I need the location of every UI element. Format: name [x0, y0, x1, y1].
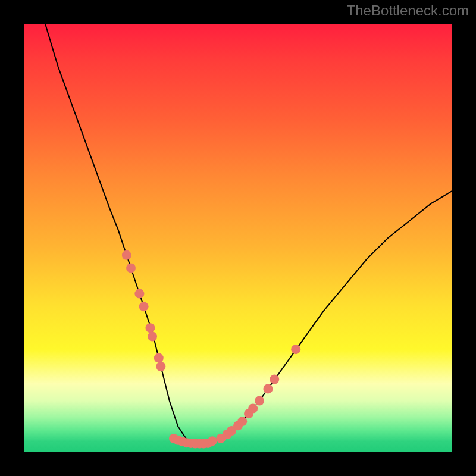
data-dots [122, 250, 300, 449]
plot-area [24, 24, 452, 452]
data-dot [145, 323, 155, 333]
data-dot [208, 436, 217, 446]
data-dot [270, 375, 279, 384]
chart-overlay [24, 24, 452, 452]
data-dot [122, 250, 131, 260]
data-dot [263, 384, 273, 393]
data-dot [255, 396, 264, 406]
data-dot [148, 332, 157, 342]
data-dot [237, 416, 247, 426]
data-dot [134, 289, 144, 299]
data-dot [291, 345, 300, 354]
data-dot [154, 353, 164, 363]
chart-frame: TheBottleneck.com [0, 0, 476, 476]
data-dot [248, 404, 258, 414]
data-dot [126, 263, 136, 273]
data-dot [139, 302, 149, 311]
data-dot [156, 362, 165, 371]
watermark-text: TheBottleneck.com [347, 2, 469, 19]
curve-line [45, 24, 452, 444]
